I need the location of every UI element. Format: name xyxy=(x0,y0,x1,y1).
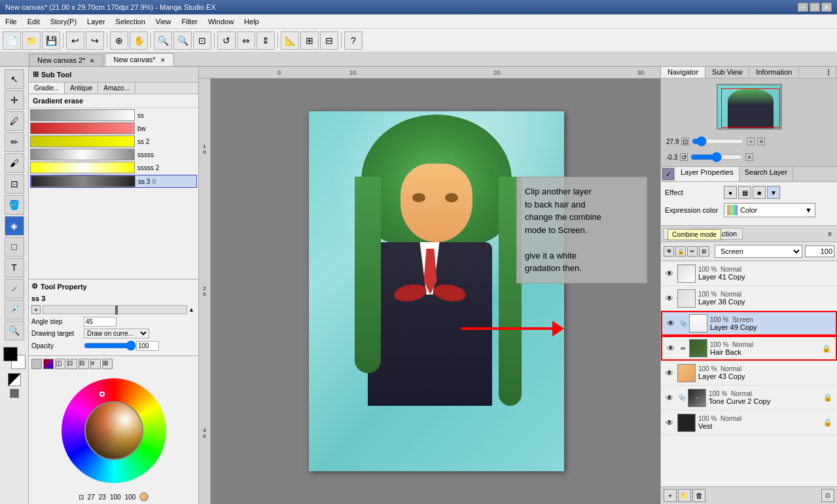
nav-tab-information[interactable]: Information xyxy=(749,67,799,78)
tool-fill[interactable]: 🪣 xyxy=(5,195,24,215)
zoom-slider[interactable] xyxy=(692,136,744,147)
brush-tab-amazon[interactable]: Amazo... xyxy=(98,82,135,94)
toolbar-zoom-in[interactable]: 🔍 xyxy=(154,31,172,50)
brush-tab-antique[interactable]: Antique xyxy=(65,82,98,94)
gradient-item-ss3[interactable]: ss 3 🗑 xyxy=(30,175,197,188)
menu-edit[interactable]: Edit xyxy=(22,16,45,27)
add-preset-btn[interactable]: + xyxy=(31,305,41,314)
slider-up-btn[interactable]: ▲ xyxy=(188,306,194,313)
color-history-btn[interactable]: ⊡ xyxy=(67,359,77,369)
menu-window[interactable]: Window xyxy=(203,16,239,27)
layer-item-layer49copy[interactable]: 👁 📎 100 % Screen Layer 49 Copy xyxy=(661,311,837,336)
toolbar-open[interactable]: 📁 xyxy=(22,31,41,50)
gradient-item-ss[interactable]: ss xyxy=(30,109,197,121)
toolbar-transform[interactable]: ⊕ xyxy=(110,31,128,50)
gradient-delete-icon[interactable]: 🗑 xyxy=(151,178,157,185)
tool-ruler[interactable]: ⟋ xyxy=(5,279,24,298)
tool-eraser[interactable]: ⊡ xyxy=(5,174,24,194)
layer-vis-49[interactable]: 👁 xyxy=(665,317,677,329)
rotate-menu-btn[interactable]: ≡ xyxy=(745,153,753,161)
effect-btn-circle[interactable]: ● xyxy=(724,186,737,199)
lp-tab-properties[interactable]: Layer Properties xyxy=(675,167,739,181)
toolbar-flip-h[interactable]: ⇔ xyxy=(237,31,255,50)
tool-text[interactable]: T xyxy=(5,258,24,278)
toolbar-guide[interactable]: ⊞ xyxy=(300,31,319,50)
color-wheel[interactable] xyxy=(62,378,166,483)
color-settings-btn[interactable]: ≡ xyxy=(90,359,101,369)
nav-tab-navigator[interactable]: Navigator xyxy=(661,67,705,78)
color-picker-square[interactable] xyxy=(84,401,143,460)
layer-vis-tone[interactable]: 👁 xyxy=(664,392,675,404)
layer-item-layer38copy[interactable]: 👁 100 % Normal Layer 38 Copy xyxy=(661,286,837,311)
toolbar-rotate[interactable]: ↺ xyxy=(217,31,236,50)
menu-selection[interactable]: Selection xyxy=(111,16,151,27)
toolbar-fit[interactable]: ⊡ xyxy=(193,31,211,50)
effect-btn-checker[interactable]: ▦ xyxy=(738,186,751,199)
zoom-in-btn[interactable]: + xyxy=(747,137,755,145)
opacity-input[interactable] xyxy=(136,341,159,351)
close-button[interactable]: ✕ xyxy=(821,3,832,12)
layer-item-tonecurve2copy[interactable]: 👁 📎 ~ 100 % Normal Tone Curve 2 Copy 🔒 xyxy=(661,386,837,410)
brush-tab-gradient[interactable]: Gradie... xyxy=(29,82,65,94)
layer-vis-38[interactable]: 👁 xyxy=(664,293,675,304)
layers-menu-btn[interactable]: ≡ xyxy=(825,230,834,238)
layer-item-layer43copy[interactable]: 👁 100 % Normal Layer 43 Copy xyxy=(661,361,837,386)
toolbar-save[interactable]: 💾 xyxy=(42,31,60,50)
maximize-button[interactable]: □ xyxy=(810,3,820,12)
tool-eyedrop[interactable]: 💉 xyxy=(5,300,24,319)
menu-view[interactable]: View xyxy=(151,16,177,27)
gradient-item-bw[interactable]: bw xyxy=(30,122,197,134)
tool-brush[interactable]: 🖌 xyxy=(5,153,24,173)
rotate-reset-btn[interactable]: ↺ xyxy=(680,153,688,161)
blend-mode-dropdown[interactable]: Screen Normal Multiply Overlay xyxy=(715,245,802,258)
opacity-slider[interactable] xyxy=(84,340,136,351)
zoom-menu-btn[interactable]: ≡ xyxy=(757,137,765,145)
gradient-item-sssss[interactable]: sssss xyxy=(30,149,197,160)
color-swatch-btn[interactable]: ◫ xyxy=(55,359,65,369)
tool-navigate[interactable]: 🔍 xyxy=(5,321,24,340)
tool-subview[interactable]: 🖊 xyxy=(5,111,24,131)
toolbar-flip-v[interactable]: ⇕ xyxy=(257,31,275,50)
gradient-item-ss2[interactable]: ss 2 xyxy=(30,135,197,147)
tool-selection[interactable]: ↖ xyxy=(5,69,24,89)
delete-layer-btn[interactable]: 🗑 xyxy=(692,489,705,502)
transparent-swatch[interactable] xyxy=(10,389,19,398)
new-folder-btn[interactable]: 📁 xyxy=(678,489,691,502)
rotate-slider[interactable] xyxy=(690,152,743,162)
drawing-target-select[interactable]: Draw on curre... xyxy=(84,329,149,338)
layer-lock-icon[interactable]: 🔒 xyxy=(675,246,686,257)
tool-pen[interactable]: ✏ xyxy=(5,132,24,152)
expression-color-dropdown[interactable]: Color ▼ xyxy=(724,203,815,217)
menu-filter[interactable]: Filter xyxy=(177,16,203,27)
angle-step-input[interactable] xyxy=(84,317,116,327)
effect-btn-extra[interactable]: ▼ xyxy=(767,186,780,199)
toolbar-new[interactable]: 📄 xyxy=(3,31,21,50)
tab-close-canvas[interactable]: ✕ xyxy=(160,57,166,63)
layer-item-layer41copy[interactable]: 👁 100 % Normal Layer 41 Copy xyxy=(661,261,837,286)
layer-vis-hair[interactable]: 👁 xyxy=(665,342,677,354)
toolbar-ruler[interactable]: 📐 xyxy=(281,31,299,50)
artwork-canvas[interactable] xyxy=(309,111,564,471)
nav-tab-subview[interactable]: Sub View xyxy=(705,67,749,78)
menu-help[interactable]: Help xyxy=(239,16,264,27)
gradient-item-sssss2[interactable]: sssss 2 xyxy=(30,162,197,173)
color-gray-btn[interactable] xyxy=(31,359,42,369)
menu-file[interactable]: File xyxy=(0,16,22,27)
layer-more-icon[interactable]: ⊞ xyxy=(699,246,709,257)
tool-shape[interactable]: □ xyxy=(5,237,24,257)
toolbar-move[interactable]: ✋ xyxy=(130,31,148,50)
layer-vis-43[interactable]: 👁 xyxy=(664,367,675,379)
size-slider-thumb[interactable] xyxy=(115,306,118,315)
color-mode-btn[interactable]: C xyxy=(43,359,54,369)
lp-tab-search[interactable]: Search Layer xyxy=(739,167,793,181)
new-layer-btn[interactable]: + xyxy=(664,489,677,502)
tab-close-canvas2[interactable]: ✕ xyxy=(90,58,95,64)
tab-canvas[interactable]: New canvas* ✕ xyxy=(105,53,173,66)
blend-opacity-input[interactable] xyxy=(805,245,834,257)
menu-layer[interactable]: Layer xyxy=(82,16,111,27)
layer-item-hairback[interactable]: 👁 ✏ 100 % Normal Hair Back 🔒 xyxy=(661,336,837,361)
tool-gradient[interactable]: ◈ xyxy=(5,216,24,236)
toolbar-help[interactable]: ? xyxy=(344,31,363,50)
merge-layer-btn[interactable]: ⊡ xyxy=(821,489,834,502)
tab-canvas2[interactable]: New canvas 2* ✕ xyxy=(29,54,103,66)
